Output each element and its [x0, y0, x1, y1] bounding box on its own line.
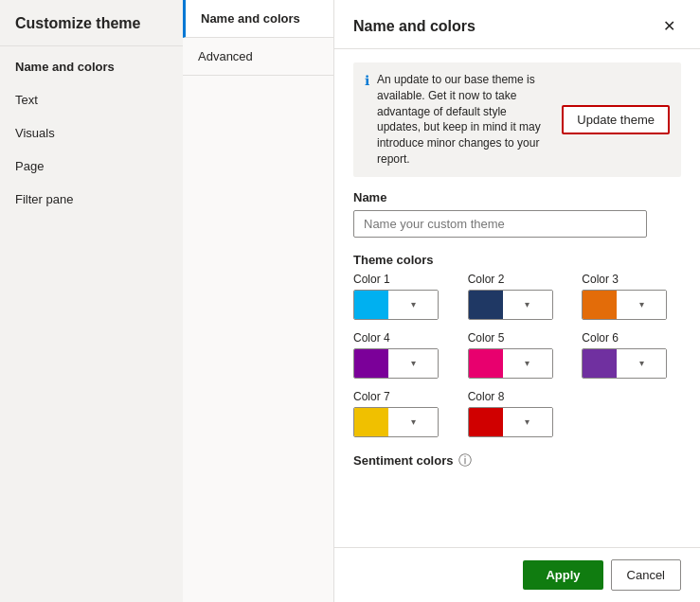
main-header: Name and colors ✕	[334, 0, 700, 49]
main-body: ℹ An update to our base theme is availab…	[334, 49, 700, 547]
color-item-2: Color 2 ▾	[468, 273, 567, 320]
color-2-arrow: ▾	[503, 291, 552, 319]
color-1-label: Color 1	[353, 273, 453, 286]
color-1-dropdown[interactable]: ▾	[353, 290, 439, 320]
color-8-label: Color 8	[468, 390, 567, 403]
color-item-8: Color 8 ▾	[468, 390, 567, 437]
color-1-arrow: ▾	[388, 291, 438, 319]
color-item-6: Color 6 ▾	[582, 331, 681, 379]
cancel-button[interactable]: Cancel	[611, 559, 681, 591]
color-2-dropdown[interactable]: ▾	[468, 290, 553, 320]
color-7-swatch	[354, 408, 388, 436]
color-3-dropdown[interactable]: ▾	[582, 290, 667, 320]
color-2-swatch	[469, 291, 503, 319]
color-3-arrow: ▾	[617, 291, 666, 319]
theme-name-input[interactable]	[353, 210, 647, 238]
tab-advanced[interactable]: Advanced	[183, 38, 333, 76]
color-1-swatch	[354, 291, 388, 319]
color-5-arrow: ▾	[503, 349, 552, 378]
name-label: Name	[353, 190, 681, 204]
color-3-label: Color 3	[582, 273, 681, 286]
middle-panel: Name and colors Advanced	[183, 0, 334, 602]
sidebar-item-name-and-colors[interactable]: Name and colors	[0, 50, 183, 83]
color-7-label: Color 7	[353, 390, 453, 403]
color-5-dropdown[interactable]: ▾	[468, 348, 553, 379]
close-button[interactable]: ✕	[657, 15, 681, 37]
info-text: An update to our base theme is available…	[377, 72, 547, 168]
color-4-dropdown[interactable]: ▾	[353, 348, 439, 379]
sidebar-item-page[interactable]: Page	[0, 150, 183, 183]
color-5-label: Color 5	[468, 331, 567, 345]
footer: Apply Cancel	[334, 547, 700, 602]
sidebar-item-filter-pane[interactable]: Filter pane	[0, 183, 183, 216]
apply-button[interactable]: Apply	[523, 560, 602, 590]
sidebar-item-text[interactable]: Text	[0, 83, 183, 116]
color-4-arrow: ▾	[388, 349, 438, 378]
main-title: Name and colors	[353, 18, 476, 35]
info-banner: ℹ An update to our base theme is availab…	[353, 62, 681, 177]
color-8-swatch	[469, 408, 503, 436]
color-item-4: Color 4 ▾	[353, 331, 453, 379]
colors-grid: Color 1 ▾ Color 2 ▾ Color 3 ▾	[353, 273, 681, 437]
color-item-3: Color 3 ▾	[582, 273, 681, 320]
sidebar-item-visuals[interactable]: Visuals	[0, 116, 183, 150]
color-7-arrow: ▾	[388, 408, 438, 436]
color-item-7: Color 7 ▾	[353, 390, 453, 437]
color-item-5: Color 5 ▾	[468, 331, 567, 379]
sentiment-section: Sentiment colors ⓘ	[353, 452, 681, 469]
info-icon: ℹ	[365, 73, 369, 88]
color-6-label: Color 6	[582, 331, 681, 345]
color-2-label: Color 2	[468, 273, 567, 286]
color-8-dropdown[interactable]: ▾	[468, 407, 553, 437]
color-6-dropdown[interactable]: ▾	[582, 348, 667, 379]
color-4-swatch	[354, 349, 388, 378]
sentiment-label: Sentiment colors	[353, 453, 453, 468]
theme-colors-label: Theme colors	[353, 253, 681, 267]
sidebar: Customize theme Name and colors Text Vis…	[0, 0, 183, 602]
color-5-swatch	[469, 349, 503, 378]
color-6-swatch	[583, 349, 617, 378]
color-6-arrow: ▾	[617, 349, 666, 378]
sidebar-title: Customize theme	[0, 0, 183, 46]
color-3-swatch	[583, 291, 617, 319]
color-7-dropdown[interactable]: ▾	[353, 407, 439, 437]
color-8-arrow: ▾	[503, 408, 552, 436]
sentiment-info-icon[interactable]: ⓘ	[458, 452, 472, 469]
tab-name-and-colors[interactable]: Name and colors	[183, 0, 333, 38]
main-content: Name and colors ✕ ℹ An update to our bas…	[334, 0, 700, 602]
color-4-label: Color 4	[353, 331, 453, 345]
color-item-1: Color 1 ▾	[353, 273, 453, 320]
update-theme-button[interactable]: Update theme	[562, 105, 670, 134]
sidebar-items: Name and colors Text Visuals Page Filter…	[0, 46, 183, 216]
